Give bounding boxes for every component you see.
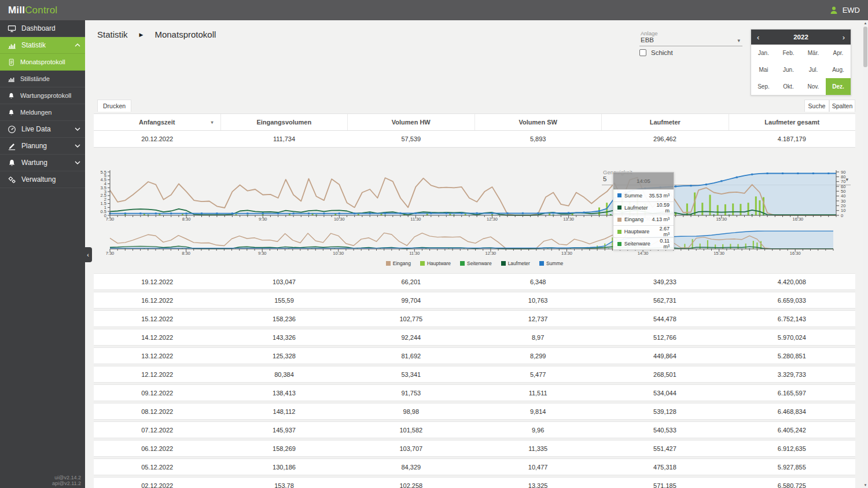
cell: 6.659,033 <box>729 292 855 308</box>
month-m-r-[interactable]: Mär. <box>801 45 826 61</box>
prev-year-button[interactable]: ‹ <box>757 34 759 41</box>
cell: 101,582 <box>348 422 475 438</box>
column-header-label: Volumen HW <box>392 119 431 126</box>
scrollbar-thumb[interactable] <box>863 27 867 67</box>
next-year-button[interactable]: › <box>843 34 845 41</box>
anlage-select[interactable]: Anlage EBB ▾ <box>639 30 742 46</box>
legend-swatch <box>539 261 544 266</box>
cell: 6.468,834 <box>729 403 855 419</box>
sort-caret-icon[interactable]: ▾ <box>211 120 213 125</box>
column-header-volumen-hw[interactable]: Volumen HW <box>348 114 475 130</box>
drucken-button[interactable]: Drucken <box>97 100 131 112</box>
month-dez-[interactable]: Dez. <box>826 78 851 95</box>
sidebar-item-planung[interactable]: Planung <box>0 138 85 155</box>
vertical-scrollbar[interactable]: ▲ ▼ <box>863 20 868 488</box>
cell: 103,047 <box>220 274 347 289</box>
version-info: ui@v2.14.2 api@v2.11.2 <box>52 475 81 486</box>
column-header-eingangsvolumen[interactable]: Eingangsvolumen <box>221 114 348 130</box>
cell: 13.12.2022 <box>94 348 220 364</box>
sidebar-item-stillst-nde[interactable]: Stillstände <box>0 71 85 87</box>
legend-label: Summe <box>546 260 563 266</box>
cell: 155,59 <box>220 292 347 308</box>
chevron-up-icon <box>75 43 80 47</box>
spalten-button[interactable]: Spalten <box>829 100 855 112</box>
legend-swatch <box>420 261 425 266</box>
column-header-label: Eingangsvolumen <box>256 119 311 126</box>
month-nov-[interactable]: Nov. <box>801 78 826 95</box>
svg-text:15:30: 15:30 <box>716 217 727 222</box>
table-row[interactable]: 08.12.2022148,11298,989,814539,1286.468,… <box>94 403 855 420</box>
sidebar-item-label: Wartung <box>21 159 69 167</box>
column-header-anfangszeit[interactable]: Anfangszeit▾ <box>94 114 221 130</box>
cell: 296,462 <box>601 131 728 147</box>
column-header-label: Anfangszeit <box>139 119 175 126</box>
sidebar-item-label: Dashboard <box>21 24 80 32</box>
month-jun-[interactable]: Jun. <box>776 61 801 78</box>
table-row[interactable]: 15.12.2022158,236102,77512,737544,4786.7… <box>94 310 855 327</box>
table-row[interactable]: 09.12.2022138,41391,75311,511534,0446.16… <box>94 384 855 401</box>
cell: 512,766 <box>601 329 728 345</box>
table-row[interactable]: 16.12.2022155,5999,70410,763562,7316.659… <box>94 292 855 309</box>
schicht-checkbox[interactable] <box>639 49 646 56</box>
table-row[interactable]: 13.12.2022125,32881,6928,299449,8645.280… <box>94 347 855 364</box>
month-mai[interactable]: Mai <box>751 61 776 78</box>
table-row[interactable]: 19.12.2022103,04766,2016,348349,2334.420… <box>94 273 855 290</box>
cell: 4.187,179 <box>729 131 855 147</box>
table-row[interactable]: 06.12.2022158,269103,70711,335551,4276.9… <box>94 440 855 457</box>
month-apr-[interactable]: Apr. <box>826 45 851 61</box>
cell: 268,501 <box>601 366 728 382</box>
table-row[interactable]: 05.12.2022130,18684,32910,477475,3185.92… <box>94 458 855 475</box>
scroll-down-icon[interactable]: ▼ <box>863 482 868 488</box>
sidebar-item-monatsprotokoll[interactable]: Monatsprotokoll <box>0 54 85 71</box>
tooltip-series-value: 0.11 m³ <box>653 238 670 249</box>
sidebar-item-dashboard[interactable]: Dashboard <box>0 20 85 37</box>
cell: 5.970,024 <box>729 329 855 345</box>
legend-item-summe[interactable]: Summe <box>539 260 563 266</box>
svg-text:16:30: 16:30 <box>790 251 801 256</box>
legend-item-eingang[interactable]: Eingang <box>386 260 411 266</box>
legend-label: Seitenware <box>467 260 492 266</box>
sidebar-item-label: Stillstände <box>20 75 80 82</box>
month-jan-[interactable]: Jan. <box>751 45 776 61</box>
sidebar-item-live-data[interactable]: Live Data <box>0 121 85 138</box>
tooltip-series-value: 4.13 m³ <box>652 217 670 222</box>
sidebar-item-wartung[interactable]: Wartung <box>0 155 85 171</box>
table-row-expanded[interactable]: 20.12.2022111,73457,5395,893296,4624.187… <box>94 131 855 148</box>
svg-text:90: 90 <box>841 170 845 175</box>
monitor-icon <box>8 24 16 33</box>
cell: 539,128 <box>601 403 728 419</box>
chart-navigator[interactable]: 7:308:309:3010:3011:3012:3013:3014:3015:… <box>94 228 855 258</box>
svg-text:30: 30 <box>841 199 845 204</box>
sidebar-item-meldungen[interactable]: Meldungen <box>0 104 85 121</box>
legend-label: Laufmeter <box>508 260 530 266</box>
month-sep-[interactable]: Sep. <box>751 78 776 95</box>
sidebar-item-verwaltung[interactable]: Verwaltung <box>0 171 85 188</box>
month-feb-[interactable]: Feb. <box>776 45 801 61</box>
legend-item-hauptware[interactable]: Hauptware <box>420 260 451 266</box>
sidebar-collapse-handle[interactable]: ‹ <box>84 247 92 262</box>
table-row[interactable]: 07.12.2022145,937101,5829,96540,5336.405… <box>94 421 855 438</box>
column-header-laufmeter[interactable]: Laufmeter <box>602 114 729 130</box>
sidebar-item-statistik[interactable]: Statistik <box>0 37 85 54</box>
legend-item-seitenware[interactable]: Seitenware <box>460 260 492 266</box>
sidebar-item-wartungsprotokoll[interactable]: Wartungsprotokoll <box>0 87 85 104</box>
legend-item-laufmeter[interactable]: Laufmeter <box>501 260 530 266</box>
month-okt-[interactable]: Okt. <box>776 78 801 95</box>
user-icon <box>829 6 838 15</box>
monatsprotokoll-chart[interactable]: 7:308:309:3010:3011:3012:3013:3014:3015:… <box>94 168 855 223</box>
schicht-checkbox-row[interactable]: Schicht <box>639 49 673 56</box>
column-header-laufmeter-gesamt[interactable]: Laufmeter gesamt <box>729 114 856 130</box>
table-row[interactable]: 14.12.2022143,32692,2448,97512,7665.970,… <box>94 329 855 346</box>
table-row[interactable]: 02.12.2022153,78102,25813,325571,1856.58… <box>94 477 855 488</box>
month-jul-[interactable]: Jul. <box>801 61 826 78</box>
month-aug-[interactable]: Aug. <box>826 61 851 78</box>
suche-button[interactable]: Suche <box>804 100 829 112</box>
column-header-volumen-sw[interactable]: Volumen SW <box>475 114 602 130</box>
breadcrumb-arrow-icon: ▶ <box>139 32 144 38</box>
sidebar-item-label: Statistik <box>21 41 69 49</box>
cell: 98,98 <box>348 403 475 419</box>
breadcrumb-parent[interactable]: Statistik <box>97 30 128 39</box>
user-menu[interactable]: EWD <box>829 6 860 15</box>
table-row[interactable]: 12.12.202280,38453,3415,477268,5013.329,… <box>94 366 855 383</box>
scroll-up-icon[interactable]: ▲ <box>863 20 868 26</box>
